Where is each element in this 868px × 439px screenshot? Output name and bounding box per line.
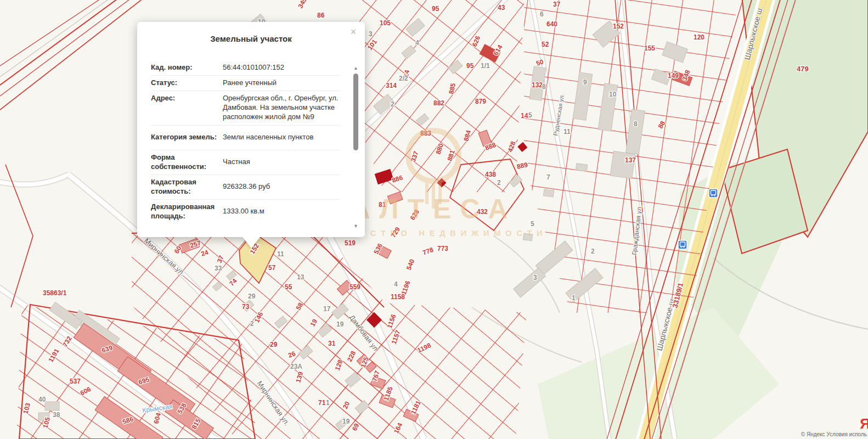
- parcel-label: 7: [546, 173, 550, 181]
- parcel-label: 537: [70, 378, 81, 385]
- parcel-label: 3: [369, 30, 373, 38]
- parcel-label: 52: [542, 41, 549, 48]
- map-copyright[interactable]: © Яндекс Условия исполь: [801, 431, 867, 437]
- yandex-logo-fragment: Я: [860, 415, 868, 432]
- parcel-label: 57: [268, 264, 276, 272]
- parcel-label: 29: [248, 292, 256, 300]
- field-status: Статус: Ранее учтенный: [151, 76, 340, 91]
- parcel-label: 1158: [391, 293, 405, 301]
- parcel-label: 883: [420, 130, 431, 137]
- parcel-label: 37: [553, 1, 561, 8]
- parcel-label: 432: [477, 208, 488, 216]
- parcel-label: 1: [326, 399, 330, 407]
- parcel-label: 13: [297, 273, 305, 281]
- parcel-label: 137: [625, 156, 636, 164]
- parcel-label: 640: [546, 20, 557, 28]
- parcel-label: 2/2: [399, 75, 408, 82]
- parcel-label: 2: [250, 320, 254, 328]
- field-declared-area: Декларированная площадь: 1333.00 кв.м: [151, 200, 340, 224]
- popup-fields: Кад. номер: 56:44:0101007:152 Статус: Ра…: [151, 60, 340, 230]
- field-cad-number: Кад. номер: 56:44:0101007:152: [151, 60, 340, 76]
- parcel-label: 559: [350, 283, 360, 291]
- popup-scrollbar[interactable]: ▲ ▼: [352, 65, 359, 229]
- bus-stop-icon[interactable]: [709, 189, 718, 198]
- parcel-label: 5: [528, 111, 532, 119]
- parcel-label: 33: [215, 264, 222, 272]
- cadastral-map: Мирнинская ул.Мирнинская ул.Дамбовая ул.…: [0, 0, 868, 439]
- parcel-label: 35863/1: [43, 289, 67, 297]
- parcel-label: 4: [394, 280, 398, 288]
- parcel-label: 2: [391, 100, 394, 108]
- field-address: Адрес: Оренбургская обл., г. Оренбург, у…: [151, 91, 340, 126]
- parcel-label: 438: [485, 171, 496, 178]
- parcel-label: 773: [437, 245, 448, 252]
- parcel-label: 152: [613, 22, 624, 30]
- scrollbar-thumb[interactable]: [353, 74, 358, 150]
- popup-title: Земельный участок: [137, 22, 365, 49]
- parcel-label: 8: [634, 120, 638, 128]
- parcel-label: 71: [318, 399, 326, 407]
- field-cadastral-value: Кадастровая стоимость: 926328.36 руб: [151, 175, 340, 200]
- parcel-label: 4: [415, 39, 419, 47]
- parcel-label: 19: [336, 320, 344, 328]
- parcel-label: 40: [38, 396, 46, 403]
- parcel-label: 31: [328, 340, 336, 347]
- parcel-info-popup: × Земельный участок Кад. номер: 56:44:01…: [137, 22, 365, 237]
- parcel-label: 120: [694, 33, 704, 41]
- parcel-label: 11: [563, 128, 571, 136]
- parcel-label: 8: [542, 83, 546, 91]
- parcel-label: 10: [609, 91, 617, 98]
- parcel-label: 5: [531, 220, 534, 228]
- bus-stop-icon[interactable]: [678, 240, 687, 249]
- parcel-label: 149: [668, 72, 679, 80]
- field-land-category: Категория земель: Земли населенных пункт…: [151, 126, 340, 150]
- parcel-label: 1: [572, 294, 576, 302]
- parcel-label: 1/1: [481, 62, 490, 70]
- parcel-label: 23А: [290, 363, 302, 370]
- parcel-label: 3: [533, 274, 537, 282]
- parcel-label: 314: [386, 82, 397, 89]
- parcel-label: 882: [433, 99, 444, 107]
- parcel-label: 2: [591, 247, 595, 255]
- parcel-label: 95: [466, 62, 474, 70]
- parcel-label: 105: [380, 19, 391, 27]
- parcel-label: 9: [583, 78, 587, 86]
- parcel-label: 155: [644, 44, 655, 52]
- parcel-label: 38: [53, 411, 60, 419]
- close-icon[interactable]: ×: [348, 27, 358, 37]
- parcel-label: 479: [797, 65, 809, 73]
- parcel-label: 73: [242, 303, 250, 311]
- parcel-label: 81: [379, 201, 386, 209]
- map-canvas[interactable]: Мирнинская ул.Мирнинская ул.Дамбовая ул.…: [0, 0, 868, 439]
- parcel-label: 879: [475, 98, 486, 105]
- parcel-label: 43: [498, 4, 505, 12]
- parcel-label: 95: [432, 5, 439, 13]
- scroll-down-icon[interactable]: ▼: [352, 223, 359, 229]
- parcel-label: 519: [345, 239, 356, 247]
- parcel-label: 29: [270, 341, 278, 348]
- scroll-up-icon[interactable]: ▲: [352, 65, 359, 71]
- parcel-label: 132: [532, 81, 543, 89]
- parcel-label: 6: [540, 10, 544, 18]
- popup-pointer: [243, 237, 260, 248]
- field-ownership: Форма собственности: Частная: [151, 150, 340, 175]
- parcel-label: 19: [342, 418, 350, 425]
- parcel-label: 55: [285, 283, 292, 291]
- parcel-label: 86: [317, 12, 325, 19]
- parcel-label: 11: [277, 250, 284, 258]
- parcel-label: 2: [497, 179, 501, 187]
- parcel-label: 17: [323, 305, 331, 313]
